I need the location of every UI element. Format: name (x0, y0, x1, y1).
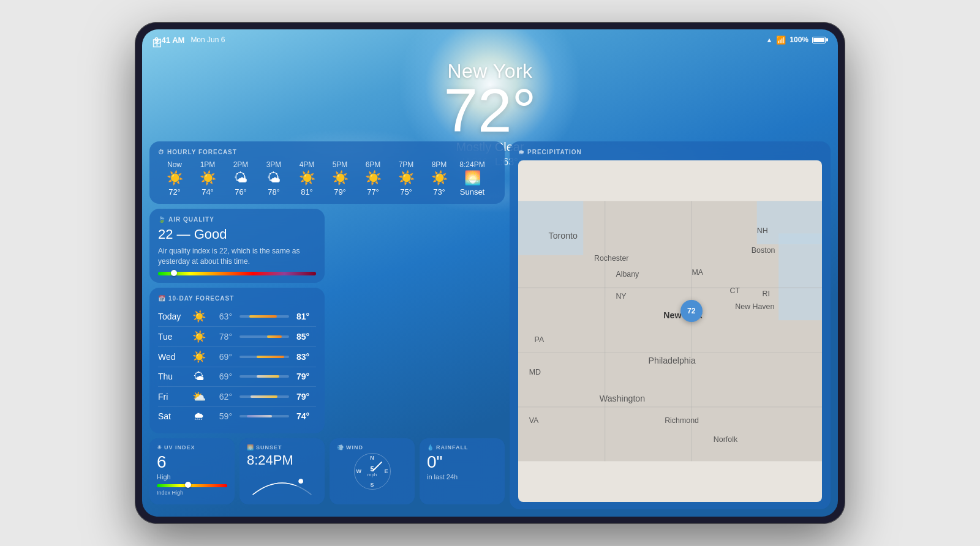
forecast-row: Fri ⛅ 62° 79° (158, 387, 316, 407)
hourly-item: 2PM 🌤 76° (224, 160, 257, 196)
hourly-item: 4PM ☀️ 81° (290, 160, 323, 196)
hourly-time: 7PM (390, 160, 423, 169)
clock-icon: ⏱ (158, 149, 165, 155)
hourly-time: 2PM (224, 160, 257, 169)
hourly-scroll[interactable]: Now ☀️ 72° 1PM ☀️ 74° 2PM 🌤 76° 3PM 🌤 78… (158, 160, 496, 196)
calendar-icon: 📅 (158, 295, 166, 302)
hourly-temp: 76° (224, 187, 257, 196)
compass-s: S (370, 482, 374, 488)
forecast-icon: ☀️ (190, 310, 208, 323)
map-location-badge: 72 (680, 300, 703, 322)
hourly-item: 8PM ☀️ 73° (423, 160, 456, 196)
forecast-bar (247, 415, 272, 417)
hourly-temp: 72° (158, 187, 191, 196)
map-container[interactable]: Toronto Boston Rochester Albany MA NY CT… (518, 160, 822, 502)
forecast-bar (251, 395, 278, 398)
sun-icon: ☀ (157, 444, 162, 451)
uv-value: 6 (157, 453, 227, 472)
svg-text:Toronto: Toronto (549, 231, 578, 241)
svg-rect-4 (778, 234, 822, 321)
hourly-item: 3PM 🌤 78° (257, 160, 290, 196)
hourly-time: 8:24PM (456, 160, 489, 169)
compass-n: N (370, 455, 374, 461)
temperature-display: 72° (142, 80, 838, 141)
forecast-row: Thu 🌤 69° 79° (158, 367, 316, 387)
hourly-time: 6PM (356, 160, 390, 169)
hourly-item: 9P 🌙 70° (489, 160, 496, 196)
forecast-hi: 79° (296, 392, 316, 402)
tenday-label: 📅 10-DAY FORECAST (158, 295, 316, 302)
uv-rating: High (157, 473, 227, 481)
hourly-temp: 79° (323, 187, 356, 196)
forecast-bar-container (239, 415, 289, 417)
svg-rect-2 (518, 201, 583, 256)
status-bar: 9:41 AM Mon Jun 6 ▲ 📶 100% (142, 29, 838, 50)
battery-percent: 100% (790, 36, 809, 44)
hourly-panel: ⏱ HOURLY FORECAST Now ☀️ 72° 1PM ☀️ 74° … (149, 141, 505, 204)
hourly-time: 1PM (191, 160, 224, 169)
forecast-icon: ☀️ (190, 350, 208, 364)
forecast-row: Sat 🌧 59° 74° (158, 407, 316, 426)
rainfall-panel: 💧 RAINFALL 0" in last 24h (420, 438, 505, 504)
forecast-icon: 🌧 (190, 410, 208, 423)
compass-e: E (384, 468, 388, 474)
svg-text:Boston: Boston (752, 247, 775, 255)
hourly-temp: Sunset (456, 187, 489, 196)
right-column: 🌧 PRECIPITATION (510, 141, 831, 509)
hourly-time: Now (158, 160, 191, 169)
rainfall-value: 0" (427, 453, 497, 472)
wind-speed-center: 5 mph (368, 465, 377, 477)
hourly-item: 5PM ☀️ 79° (323, 160, 356, 196)
wind-label: 💨 WIND (337, 444, 407, 451)
precip-panel: 🌧 PRECIPITATION (510, 141, 831, 509)
svg-text:MA: MA (692, 268, 703, 277)
rainfall-period: in last 24h (427, 473, 497, 481)
sunset-label: 🌅 SUNSET (247, 444, 317, 451)
forecast-list: Today ☀️ 63° 81° Tue ☀️ 78° 85° Wed ☀️ 6… (158, 307, 316, 426)
hourly-item: 1PM ☀️ 74° (191, 160, 224, 196)
hourly-item: 7PM ☀️ 75° (390, 160, 423, 196)
precip-label: 🌧 PRECIPITATION (518, 149, 822, 155)
wind-panel: 💨 WIND N S E W 5 mph (330, 438, 415, 504)
forecast-bar-container (239, 395, 289, 398)
hourly-icon: 🌅 (456, 171, 489, 185)
hourly-temp: 77° (356, 187, 390, 196)
forecast-hi: 74° (296, 411, 316, 421)
hourly-temp: 75° (390, 187, 423, 196)
forecast-bar (267, 335, 282, 338)
svg-text:Norfolk: Norfolk (714, 435, 738, 444)
hourly-item: 8:24PM 🌅 Sunset (456, 160, 489, 196)
forecast-bar-container (239, 335, 289, 338)
aqi-bar (158, 272, 316, 275)
hourly-icon: ☀️ (390, 171, 423, 185)
hourly-item: 6PM ☀️ 77° (356, 160, 390, 196)
forecast-lo: 69° (213, 352, 232, 362)
forecast-bar (257, 375, 279, 378)
forecast-day: Sat (158, 411, 186, 421)
hourly-label: ⏱ HOURLY FORECAST (158, 149, 496, 155)
forecast-day: Fri (158, 392, 186, 402)
forecast-icon: 🌤 (190, 370, 208, 383)
forecast-hi: 81° (296, 312, 316, 321)
hourly-icon: ☀️ (290, 171, 323, 185)
panels-area: ⏱ HOURLY FORECAST Now ☀️ 72° 1PM ☀️ 74° … (142, 136, 838, 517)
sunset-arc (247, 468, 317, 498)
forecast-row: Wed ☀️ 69° 83° (158, 347, 316, 367)
hourly-icon: ☀️ (423, 171, 456, 185)
precip-icon: 🌧 (518, 149, 525, 155)
aqi-label: 🍃 AIR QUALITY (158, 216, 316, 223)
tenday-panel: 📅 10-DAY FORECAST Today ☀️ 63° 81° Tue ☀… (149, 288, 325, 433)
hourly-temp: 78° (257, 187, 290, 196)
hourly-icon: 🌤 (257, 171, 290, 185)
forecast-lo: 69° (213, 372, 232, 381)
hourly-item: Now ☀️ 72° (158, 160, 191, 196)
signal-icon: ▲ (766, 36, 772, 43)
wind-compass: N S E W 5 mph (354, 453, 391, 490)
forecast-icon: ☀️ (190, 330, 208, 343)
svg-text:New Haven: New Haven (735, 303, 774, 312)
sidebar-toggle[interactable]: ⊞ (152, 36, 162, 50)
svg-text:NH: NH (757, 227, 768, 236)
hourly-time: 4PM (290, 160, 323, 169)
svg-text:Washington: Washington (600, 394, 645, 403)
svg-text:Richmond: Richmond (665, 417, 699, 425)
